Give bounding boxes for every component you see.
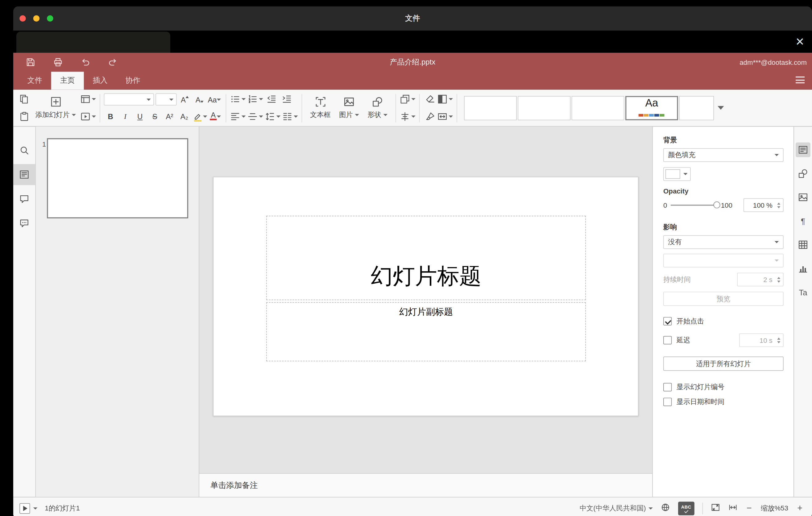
- duration-spinner[interactable]: 2 s: [737, 273, 783, 286]
- apply-to-all-button[interactable]: 适用于所有幻灯片: [663, 356, 784, 371]
- highlight-color-button[interactable]: [193, 110, 207, 123]
- bold-button[interactable]: B: [104, 110, 117, 123]
- zoom-out-button[interactable]: −: [746, 503, 753, 514]
- theme-option[interactable]: [572, 96, 625, 120]
- line-spacing-button[interactable]: [265, 110, 281, 123]
- document-language-button[interactable]: [661, 503, 670, 514]
- print-button[interactable]: [51, 55, 65, 69]
- comments-button[interactable]: [13, 188, 35, 209]
- fit-width-button[interactable]: [728, 503, 738, 514]
- paste-icon: [19, 111, 30, 122]
- slide-settings-tab[interactable]: [796, 142, 810, 157]
- spinner-arrows-icon[interactable]: [777, 199, 780, 211]
- tab-home[interactable]: 主页: [51, 71, 84, 89]
- search-button[interactable]: [13, 140, 35, 161]
- spinner-arrows-icon[interactable]: [777, 334, 780, 347]
- theme-option-selected[interactable]: Aa: [625, 96, 678, 120]
- effect-select[interactable]: 没有: [663, 235, 784, 249]
- increase-indent-button[interactable]: [280, 92, 294, 106]
- spinner-arrows-icon[interactable]: [777, 273, 780, 286]
- language-selector[interactable]: 中文(中华人民共和国): [580, 503, 653, 513]
- underline-button[interactable]: U: [133, 110, 147, 123]
- subscript-button[interactable]: A₂: [178, 110, 191, 123]
- chevron-down-icon: [71, 114, 76, 116]
- insert-shape-button[interactable]: 形状: [364, 91, 392, 125]
- superscript-button[interactable]: A²: [163, 110, 176, 123]
- slides-panel-button[interactable]: [13, 164, 35, 185]
- delay-spinner[interactable]: 10 s: [739, 333, 784, 347]
- subtitle-placeholder[interactable]: 幻灯片副标题: [266, 302, 586, 361]
- delay-checkbox[interactable]: [663, 336, 672, 344]
- insert-textbox-button[interactable]: 文本框: [306, 91, 335, 125]
- decrease-indent-button[interactable]: [265, 92, 278, 106]
- copy-style-button[interactable]: [423, 110, 437, 123]
- title-placeholder[interactable]: 幻灯片标题: [266, 216, 586, 300]
- align-shapes-button[interactable]: [400, 110, 415, 123]
- minimize-window-button[interactable]: [33, 16, 40, 22]
- font-size-combo[interactable]: [155, 93, 176, 106]
- numbering-button[interactable]: [248, 92, 263, 106]
- save-button[interactable]: [24, 55, 37, 69]
- chevron-down-icon[interactable]: [33, 507, 38, 509]
- tab-file[interactable]: 文件: [19, 71, 51, 89]
- spell-check-button[interactable]: ABC: [678, 501, 694, 515]
- close-window-button[interactable]: [20, 16, 26, 22]
- undo-button[interactable]: [79, 55, 92, 69]
- change-case-button[interactable]: Aa: [208, 93, 221, 106]
- copy-button[interactable]: [17, 92, 31, 106]
- opacity-slider[interactable]: [671, 205, 717, 205]
- font-color-button[interactable]: A: [209, 110, 222, 123]
- theme-option[interactable]: [679, 96, 714, 120]
- start-on-click-checkbox[interactable]: [663, 317, 672, 325]
- tab-insert[interactable]: 插入: [84, 71, 117, 89]
- shape-settings-tab[interactable]: [796, 166, 810, 181]
- font-name-combo[interactable]: [104, 93, 154, 106]
- effect-variant-select[interactable]: [663, 254, 784, 267]
- strikeout-button[interactable]: S: [148, 110, 161, 123]
- horizontal-align-button[interactable]: [230, 110, 245, 123]
- slide[interactable]: 幻灯片标题 幻灯片副标题: [213, 177, 638, 416]
- theme-option[interactable]: [464, 96, 517, 120]
- hamburger-menu-icon[interactable]: [796, 77, 805, 83]
- opacity-spinner[interactable]: 100 %: [744, 198, 784, 212]
- paragraph-settings-tab[interactable]: ¶: [796, 213, 810, 228]
- slider-knob[interactable]: [714, 202, 720, 208]
- increase-font-size-button[interactable]: A: [178, 93, 192, 106]
- paste-button[interactable]: [17, 110, 31, 123]
- italic-button[interactable]: I: [119, 110, 132, 123]
- table-settings-tab[interactable]: [796, 237, 810, 252]
- insert-image-button[interactable]: 图片: [335, 91, 363, 125]
- bullets-button[interactable]: [230, 92, 245, 106]
- columns-button[interactable]: [282, 110, 298, 123]
- show-date-time-checkbox[interactable]: [663, 398, 672, 406]
- decrease-font-size-button[interactable]: A: [193, 93, 206, 106]
- clear-style-button[interactable]: [423, 92, 437, 106]
- fill-type-select[interactable]: 颜色填充: [663, 148, 784, 162]
- theme-gallery-expand-button[interactable]: [714, 96, 727, 120]
- chevron-down-icon: [648, 507, 653, 509]
- fill-color-picker[interactable]: [663, 167, 691, 181]
- notes-area[interactable]: 单击添加备注: [199, 473, 652, 497]
- redo-button[interactable]: [106, 55, 120, 69]
- slide-thumbnail[interactable]: [47, 138, 188, 219]
- start-slideshow-status-button[interactable]: [20, 503, 30, 514]
- start-slideshow-button[interactable]: [80, 110, 96, 123]
- color-scheme-button[interactable]: [437, 92, 453, 106]
- textart-settings-tab[interactable]: Ta: [796, 285, 810, 300]
- chat-button[interactable]: [13, 212, 35, 234]
- add-slide-button[interactable]: 添加幻灯片: [31, 91, 80, 125]
- preview-button[interactable]: 预览: [663, 292, 784, 306]
- vertical-align-button[interactable]: [248, 110, 263, 123]
- tab-collaboration[interactable]: 协作: [117, 71, 149, 89]
- fit-slide-button[interactable]: [711, 503, 720, 514]
- chart-settings-tab[interactable]: [796, 261, 810, 276]
- zoom-in-button[interactable]: +: [796, 503, 804, 514]
- fullscreen-window-button[interactable]: [47, 16, 53, 22]
- slide-layout-button[interactable]: [80, 92, 96, 106]
- show-slide-number-checkbox[interactable]: [663, 383, 672, 391]
- slide-size-button[interactable]: [437, 110, 453, 123]
- image-settings-tab[interactable]: [796, 190, 810, 205]
- arrange-shapes-button[interactable]: [400, 92, 415, 106]
- close-icon[interactable]: ×: [792, 35, 807, 50]
- theme-option[interactable]: [518, 96, 571, 120]
